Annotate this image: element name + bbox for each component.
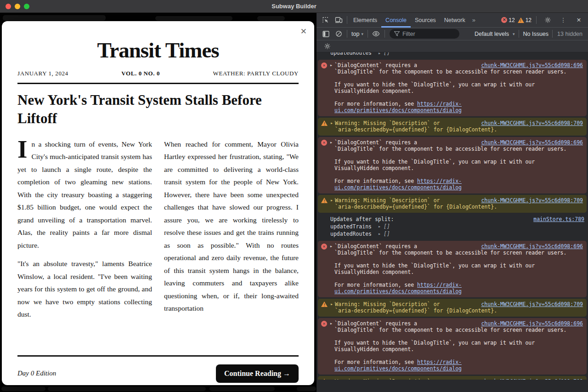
- console-message-error: ✕ ▸ chunk-MW3CGHME.js?v=55c6d098:696 `Di…: [318, 318, 587, 375]
- console-message-warning: ▸ chunk-MW3CGHME.js?v=55c6d098:709 Warni…: [318, 195, 587, 213]
- warning-message-text: Warning: Missing `Description` or `aria-…: [335, 301, 497, 314]
- message-source-link[interactable]: chunk-MW3CGHME.js?v=55c6d098:709: [481, 120, 583, 126]
- error-count-badge[interactable]: ✕ 12: [501, 17, 514, 23]
- settings-gear-icon[interactable]: [541, 14, 554, 26]
- message-source-link[interactable]: chunk-MW3CGHME.js?v=55c6d098:709: [481, 301, 583, 307]
- article-column-1: In a shocking turn of events, New York C…: [17, 138, 152, 347]
- message-source-link[interactable]: chunk-MW3CGHME.js?v=55c6d098:696: [481, 320, 583, 327]
- message-source-link[interactable]: chunk-MW3CGHME.js?v=55c6d098:709: [481, 378, 583, 380]
- console-message-error: ✕ ▸ chunk-MW3CGHME.js?v=55c6d098:696 `Di…: [318, 60, 587, 116]
- dimmed-ui-element: [48, 386, 206, 391]
- zoom-window-button[interactable]: [24, 4, 29, 9]
- divider: [17, 355, 299, 357]
- message-source-link[interactable]: chunk-MW3CGHME.js?v=55c6d098:709: [481, 197, 583, 204]
- inspect-element-icon[interactable]: [319, 14, 332, 26]
- divider: [536, 16, 537, 24]
- log-levels-dropdown[interactable]: Default levels▾: [470, 31, 517, 37]
- expand-icon[interactable]: ▸: [330, 301, 333, 307]
- expand-icon[interactable]: ▸: [378, 223, 381, 230]
- console-toolbar: top▾ Filter Default levels▾ No Issues 13…: [317, 28, 588, 40]
- message-source-link[interactable]: chunk-MW3CGHME.js?v=55c6d098:696: [481, 243, 583, 250]
- clear-console-icon[interactable]: [332, 28, 345, 40]
- dimmed-ui-element: [297, 386, 316, 391]
- tab-console[interactable]: Console: [381, 13, 411, 28]
- divider: [347, 16, 347, 24]
- expand-icon[interactable]: ▸: [330, 243, 333, 250]
- devtools-panel: Elements Console Sources Network » ✕ 12 …: [316, 13, 588, 392]
- newspaper-date: JANUARY 1, 2024: [17, 70, 68, 77]
- array-value: []: [384, 223, 390, 230]
- dimmed-ui-element: [257, 16, 285, 21]
- dimmed-ui-element: [209, 386, 275, 391]
- divider: [17, 83, 299, 84]
- warning-count-badge[interactable]: 12: [518, 17, 531, 23]
- error-icon: ✕: [321, 321, 327, 327]
- minimize-window-button[interactable]: [15, 4, 20, 9]
- expand-icon[interactable]: ▸: [330, 378, 333, 380]
- app-window: Subway Builder ✕ Transit Times JANUARY 1…: [0, 0, 588, 392]
- divider: [552, 30, 553, 38]
- divider: [519, 30, 519, 38]
- warning-icon: [321, 120, 328, 126]
- log-text: Updates after split:: [330, 216, 394, 222]
- continue-reading-button[interactable]: Continue Reading →: [216, 364, 299, 383]
- warning-message-text: Warning: Missing `Description` or `aria-…: [335, 378, 497, 380]
- no-issues-label[interactable]: No Issues: [521, 31, 550, 37]
- message-source-link[interactable]: mainStore.ts:789: [533, 216, 584, 222]
- article-columns: In a shocking turn of events, New York C…: [17, 138, 299, 347]
- filter-input[interactable]: Filter: [390, 29, 459, 39]
- message-source-link[interactable]: chunk-MW3CGHME.js?v=55c6d098:696: [481, 139, 583, 146]
- chevron-down-icon: ▾: [361, 32, 363, 36]
- warning-message-text: Warning: Missing `Description` or `aria-…: [335, 120, 497, 133]
- article-headline: New York's Transit System Stalls Before …: [17, 91, 299, 128]
- newspaper-weather: WEATHER: PARTLY CLOUDY: [213, 70, 299, 77]
- expand-icon[interactable]: ▸: [330, 197, 333, 204]
- console-settings-gear-icon[interactable]: [321, 40, 334, 52]
- console-message-error: ✕ ▸ chunk-MW3CGHME.js?v=55c6d098:696 `Di…: [318, 241, 587, 297]
- array-value: []: [384, 231, 390, 237]
- console-message-log-clipped: updatedRoutes▸[]: [317, 52, 588, 58]
- expand-icon[interactable]: ▸: [378, 52, 381, 56]
- warning-icon: [321, 379, 328, 380]
- more-tabs-icon[interactable]: »: [469, 17, 478, 23]
- expand-icon[interactable]: ▸: [330, 139, 333, 146]
- tab-elements[interactable]: Elements: [349, 13, 381, 28]
- error-icon: ✕: [321, 140, 327, 146]
- error-icon: ✕: [501, 17, 507, 23]
- close-devtools-icon[interactable]: ✕: [572, 14, 585, 26]
- device-toolbar-icon[interactable]: [332, 14, 345, 26]
- close-window-button[interactable]: [6, 4, 11, 9]
- live-expression-eye-icon[interactable]: [370, 28, 383, 40]
- dimmed-ui-element: [1, 386, 45, 391]
- expand-icon[interactable]: ▸: [330, 120, 333, 126]
- tab-network[interactable]: Network: [440, 13, 469, 28]
- tab-sources[interactable]: Sources: [411, 13, 440, 28]
- warning-icon: [321, 198, 328, 203]
- window-title: Subway Builder: [271, 3, 317, 10]
- edition-label: Day 0 Edition: [17, 369, 56, 377]
- message-source-link[interactable]: chunk-MW3CGHME.js?v=55c6d098:696: [481, 62, 583, 68]
- article-column-2: When reached for comment, Mayor Olivia H…: [164, 138, 299, 347]
- divider: [347, 30, 347, 38]
- warning-icon: [518, 17, 524, 23]
- article-paragraph: "It's an absolute travesty," laments Bea…: [17, 257, 152, 321]
- expand-icon[interactable]: ▸: [330, 320, 333, 327]
- console-output: updatedRoutes▸[] ✕ ▸ chunk-MW3CGHME.js?v…: [317, 52, 588, 380]
- context-selector[interactable]: top▾: [349, 31, 366, 37]
- hidden-messages-label[interactable]: 13 hidden: [554, 31, 585, 37]
- close-icon[interactable]: ✕: [300, 28, 307, 35]
- divider: [384, 30, 385, 38]
- newspaper-volume: VOL. 0 NO. 0: [121, 70, 160, 77]
- devtools-tabbar: Elements Console Sources Network » ✕ 12 …: [317, 13, 588, 28]
- filter-placeholder: Filter: [402, 31, 415, 37]
- console-sidebar-icon[interactable]: [319, 28, 332, 40]
- expand-icon[interactable]: ▸: [378, 231, 381, 237]
- expand-icon[interactable]: ▸: [330, 62, 333, 68]
- article-paragraph: When reached for comment, Mayor Olivia H…: [164, 138, 299, 315]
- article-paragraph: In a shocking turn of events, New York C…: [17, 138, 152, 252]
- divider: [368, 30, 368, 38]
- kebab-menu-icon[interactable]: ⋮: [557, 14, 570, 26]
- console-message-error: ✕ ▸ chunk-MW3CGHME.js?v=55c6d098:696 `Di…: [318, 137, 587, 193]
- console-settings-row: [317, 40, 588, 52]
- warning-message-text: Warning: Missing `Description` or `aria-…: [335, 197, 497, 210]
